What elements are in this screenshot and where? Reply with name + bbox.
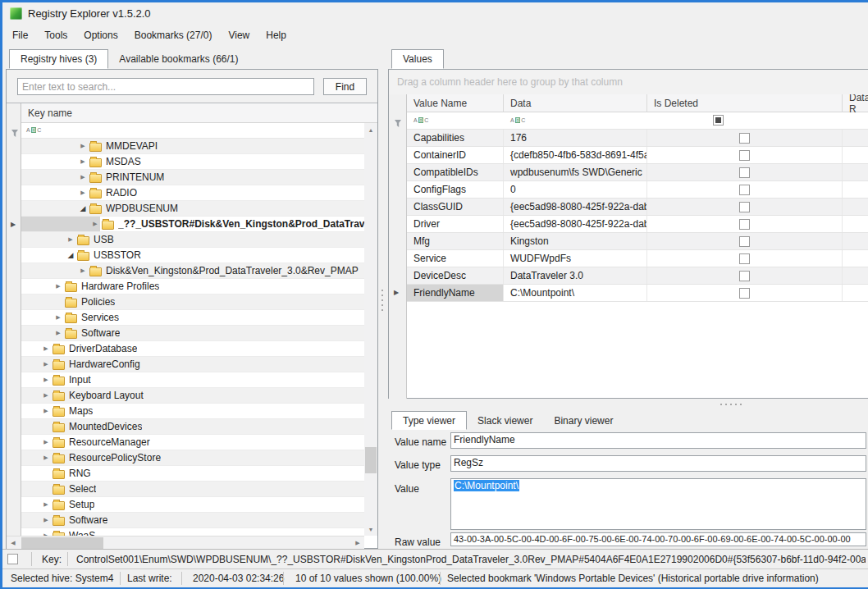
collapsed-icon[interactable]: ▶: [78, 158, 88, 165]
collapsed-icon[interactable]: ▶: [41, 408, 51, 414]
tree-row[interactable]: ▶HardwareConfig: [7, 357, 364, 372]
viewer-splitter-handle[interactable]: [720, 404, 742, 405]
is-deleted-checkbox[interactable]: [739, 202, 750, 212]
collapsed-icon[interactable]: ▶: [53, 314, 63, 321]
is-deleted-checkbox[interactable]: [739, 133, 750, 144]
is-deleted-checkbox[interactable]: [739, 253, 750, 264]
value-type-field[interactable]: RegSz: [450, 455, 866, 472]
value-row[interactable]: ConfigFlags0: [389, 181, 868, 199]
collapsed-icon[interactable]: ▶: [90, 221, 100, 227]
is-deleted-checkbox[interactable]: [739, 167, 750, 178]
value-row[interactable]: DeviceDescDataTraveler 3.0: [389, 267, 868, 285]
tree-vertical-scrollbar[interactable]: ▲ ▼: [364, 123, 377, 536]
value-row[interactable]: ContainerID{cdefb850-4fb6-583d-8691-4f5a…: [389, 147, 868, 164]
tree-row[interactable]: ▶MSDAS: [7, 154, 364, 170]
scroll-left-icon[interactable]: ◀: [7, 536, 20, 550]
expanded-icon[interactable]: ◢: [78, 204, 88, 212]
tree-row[interactable]: ▶MMDEVAPI: [7, 139, 364, 154]
tab-registry-hives-3-[interactable]: Registry hives (3): [9, 49, 108, 69]
menu-options[interactable]: Options: [75, 26, 126, 44]
group-by-bar[interactable]: Drag a column header here to group by th…: [389, 70, 868, 94]
tree-row[interactable]: ▶RADIO: [7, 185, 364, 201]
collapsed-icon[interactable]: ▶: [78, 267, 88, 274]
column-header-data-r[interactable]: Data R: [843, 94, 868, 112]
status-checkbox[interactable]: [7, 554, 18, 564]
tree-row[interactable]: ◢USBSTOR: [7, 248, 364, 263]
collapsed-icon[interactable]: ▶: [41, 345, 51, 352]
collapsed-icon[interactable]: ▶: [41, 517, 51, 523]
tree-horizontal-scrollbar[interactable]: ◀ ▶: [7, 536, 364, 549]
collapsed-icon[interactable]: ▶: [41, 361, 51, 368]
value-row[interactable]: Capabilities176: [389, 130, 868, 147]
collapsed-icon[interactable]: ▶: [41, 501, 51, 508]
is-deleted-checkbox[interactable]: [739, 288, 750, 299]
tree-header[interactable]: Key name: [7, 103, 377, 123]
column-header-data[interactable]: Data: [504, 94, 647, 112]
value-row[interactable]: ClassGUID{eec5ad98-8080-425f-922a-dabf3d…: [389, 199, 868, 216]
is-deleted-checkbox[interactable]: [739, 271, 750, 281]
tree-row[interactable]: ▶_??_USBSTOR#Disk&Ven_Kingston&Prod_Data…: [7, 217, 364, 232]
tree-row[interactable]: ▶Setup: [7, 497, 364, 513]
tab-values[interactable]: Values: [391, 49, 444, 69]
collapsed-icon[interactable]: ▶: [78, 174, 88, 180]
tree-row[interactable]: ▶Hardware Profiles: [7, 279, 364, 294]
tree-row[interactable]: ▶Maps: [7, 404, 364, 419]
collapsed-icon[interactable]: ▶: [41, 377, 51, 383]
tree-row[interactable]: ▶WaaS: [7, 528, 364, 536]
collapsed-icon[interactable]: ▶: [78, 189, 88, 196]
panel-splitter-handle[interactable]: [381, 290, 383, 311]
values-filter-row[interactable]: ABC ABC: [389, 112, 868, 130]
scroll-up-icon[interactable]: ▲: [364, 123, 377, 136]
column-header-value-name[interactable]: Value Name: [407, 94, 504, 112]
value-name-field[interactable]: FriendlyName: [450, 432, 866, 449]
tree-filter-row[interactable]: ABC: [7, 123, 364, 139]
find-button[interactable]: Find: [323, 78, 367, 95]
tree-row[interactable]: Policies: [7, 294, 364, 310]
menu-file[interactable]: File: [4, 26, 36, 44]
value-row[interactable]: FriendlyNameC:\Mountpoint\: [389, 285, 868, 302]
collapsed-icon[interactable]: ▶: [41, 439, 51, 445]
column-header-is-deleted[interactable]: Is Deleted: [647, 94, 843, 112]
collapsed-icon[interactable]: ▶: [53, 283, 63, 290]
horizontal-scroll-thumb[interactable]: [21, 537, 103, 549]
is-deleted-checkbox[interactable]: [739, 185, 750, 195]
value-row[interactable]: MfgKingston: [389, 233, 868, 250]
menu-help[interactable]: Help: [258, 26, 295, 44]
tree-row[interactable]: ▶ResourceManager: [7, 435, 364, 450]
value-row[interactable]: ServiceWUDFWpdFs: [389, 250, 868, 267]
is-deleted-checkbox[interactable]: [739, 150, 750, 161]
is-deleted-checkbox[interactable]: [739, 219, 750, 230]
tree-row[interactable]: ▶USB: [7, 232, 364, 248]
tree-row[interactable]: ▶Disk&Ven_Kingston&Prod_DataTraveler_3.0…: [7, 263, 364, 279]
value-field[interactable]: C:\Mountpoint\: [450, 478, 866, 530]
tree-row[interactable]: MountedDevices: [7, 419, 364, 435]
tree-row[interactable]: ▶PRINTENUM: [7, 170, 364, 185]
collapsed-icon[interactable]: ▶: [66, 236, 75, 243]
collapsed-icon[interactable]: ▶: [41, 392, 51, 399]
is-deleted-filter-checkbox[interactable]: [713, 115, 724, 126]
value-row[interactable]: Driver{eec5ad98-8080-425f-922a-dabf3de..…: [389, 216, 868, 233]
vertical-scroll-thumb[interactable]: [365, 447, 377, 473]
tree-row[interactable]: ▶DriverDatabase: [7, 341, 364, 357]
value-row[interactable]: CompatibleIDswpdbusenum\fs SWD\Generic: [389, 164, 868, 181]
scroll-right-icon[interactable]: ▶: [351, 536, 364, 550]
collapsed-icon[interactable]: ▶: [41, 454, 51, 461]
tree-row[interactable]: ▶Software: [7, 513, 364, 528]
collapsed-icon[interactable]: ▶: [53, 330, 63, 336]
menu-view[interactable]: View: [220, 26, 258, 44]
scroll-down-icon[interactable]: ▼: [364, 523, 377, 536]
tree-row[interactable]: ◢WPDBUSENUM: [7, 201, 364, 217]
search-input[interactable]: [17, 78, 314, 95]
menu-bookmarks[interactable]: Bookmarks (27/0): [126, 26, 221, 44]
tree-row[interactable]: RNG: [7, 466, 364, 482]
tree-row[interactable]: ▶Services: [7, 310, 364, 326]
expanded-icon[interactable]: ◢: [66, 251, 75, 259]
tree-row[interactable]: Select: [7, 482, 364, 497]
tab-type-viewer[interactable]: Type viewer: [391, 411, 467, 430]
tree-row[interactable]: ▶Software: [7, 326, 364, 341]
collapsed-icon[interactable]: ▶: [78, 143, 88, 149]
tab-binary-viewer[interactable]: Binary viewer: [543, 411, 624, 430]
tree-row[interactable]: ▶Input: [7, 372, 364, 388]
tab-available-bookmarks-66-1-[interactable]: Available bookmarks (66/1): [108, 49, 249, 69]
is-deleted-checkbox[interactable]: [739, 236, 750, 247]
